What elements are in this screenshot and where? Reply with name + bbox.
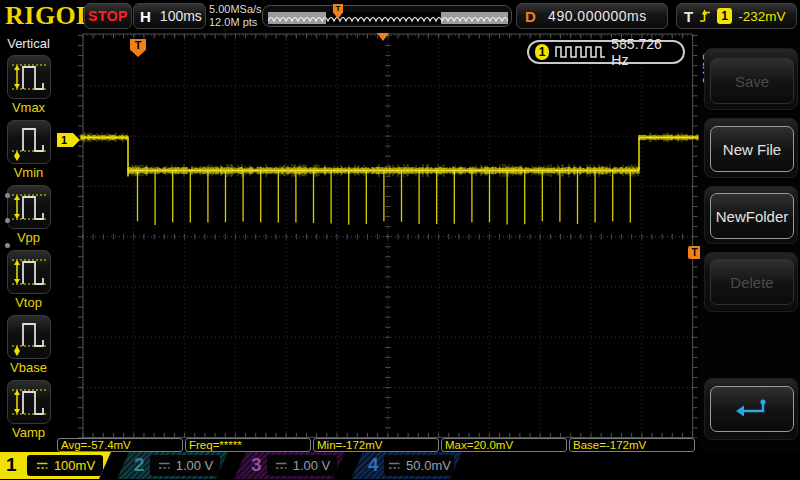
preview-sine-icon <box>268 12 508 24</box>
counter-value: 585.726 Hz <box>611 36 679 68</box>
rigol-logo: RIGOL <box>5 1 94 31</box>
channel-tab-3[interactable]: 3 1.00 V <box>234 452 348 479</box>
channel-number: 3 <box>251 454 262 476</box>
t-label: T <box>684 8 693 25</box>
channel-tab-2[interactable]: 2 1.00 V <box>117 452 231 479</box>
vamp-icon <box>7 380 51 424</box>
oscilloscope-screen: RIGOL STOP H 100ms 5.00MSa/s 12.0M pts T… <box>0 0 800 480</box>
sidebar-item-label: Vmax <box>0 100 57 115</box>
delay-box[interactable]: D 490.000000ms <box>516 3 668 29</box>
page-indicator-dot <box>5 243 10 248</box>
d-label: D <box>525 8 536 25</box>
vpp-icon <box>7 185 51 229</box>
vmin-icon <box>7 120 51 164</box>
channel-tab-1[interactable]: 1 100mV <box>0 452 114 479</box>
menu-button-save[interactable]: Save <box>710 58 794 104</box>
h-label: H <box>140 8 151 25</box>
trigger-source-badge: 1 <box>717 8 732 24</box>
timebase-value: 100ms <box>160 8 202 24</box>
rising-edge-icon <box>699 9 711 23</box>
return-arrow-icon <box>735 397 769 421</box>
run-stop-status[interactable]: STOP <box>84 3 132 29</box>
menu-button-new-file[interactable]: New File <box>710 126 794 172</box>
page-indicator-dot <box>5 193 10 198</box>
dc-coupling-icon <box>35 460 49 471</box>
menu-button-delete[interactable]: Delete <box>710 259 794 305</box>
trigger-box[interactable]: T 1 -232mV <box>676 3 797 29</box>
horizontal-timebase-box[interactable]: H 100ms <box>133 3 206 29</box>
sidebar-title: Vertical <box>0 36 57 51</box>
trigger-level-value: -232mV <box>738 9 785 24</box>
graticule <box>57 33 700 438</box>
vbase-icon <box>7 315 51 359</box>
measurement-box: Max=20.0mV <box>441 438 567 452</box>
vmax-icon <box>7 55 51 99</box>
sidebar-item-label: Vtop <box>0 295 57 310</box>
menu-button-newfolder[interactable]: NewFolder <box>710 193 794 239</box>
channel-number: 1 <box>6 454 17 476</box>
measurement-results-bar: Avg=-57.4mVFreq=*****Min=-172mVMax=20.0m… <box>57 438 700 452</box>
vtop-icon <box>7 250 51 294</box>
measurement-box: Min=-172mV <box>313 438 439 452</box>
memory-depth: 12.0M pts <box>209 16 262 29</box>
acquisition-info: 5.00MSa/s 12.0M pts <box>209 3 262 29</box>
channel-scale: 1.00 V <box>176 458 214 473</box>
sidebar-item-label: Vamp <box>0 425 57 440</box>
sidebar-item-label: Vbase <box>0 360 57 375</box>
channel-scale-box: 1.00 V <box>150 455 220 476</box>
channel-scale-box: 100mV <box>27 455 103 476</box>
channel-scale: 50.0mV <box>406 458 451 473</box>
sample-rate: 5.00MSa/s <box>209 3 262 16</box>
menu-button-return[interactable] <box>710 386 794 432</box>
channel-status-bar: 1 100mV 2 1.00 V 3 1.00 V 4 <box>0 452 800 480</box>
channel-number: 4 <box>368 454 379 476</box>
delay-value: 490.000000ms <box>536 8 659 24</box>
channel-tab-4[interactable]: 4 50.0mV <box>351 452 465 479</box>
dc-coupling-icon <box>274 460 288 471</box>
save-menu: Save SaveNew FileNewFolderDelete <box>700 33 800 452</box>
counter-channel-badge: 1 <box>535 44 549 60</box>
sidebar-item-label: Vmin <box>0 165 57 180</box>
memory-waveform-preview[interactable]: T <box>262 5 512 27</box>
square-wave-icon <box>555 44 605 60</box>
channel-scale-box: 1.00 V <box>267 455 337 476</box>
measurement-box: Base=-172mV <box>569 438 695 452</box>
measurement-box: Avg=-57.4mV <box>57 438 183 452</box>
page-indicator-dot <box>5 218 10 223</box>
channel-scale: 1.00 V <box>293 458 331 473</box>
run-state-label: STOP <box>88 8 128 24</box>
dc-coupling-icon <box>157 460 171 471</box>
channel-scale-box: 50.0mV <box>384 455 454 476</box>
measure-sidebar: Vertical Vmax Vmin Vpp Vtop Vbase Vamp <box>0 33 57 452</box>
channel-scale: 100mV <box>54 458 95 473</box>
channel-number: 2 <box>134 454 145 476</box>
dc-coupling-icon <box>387 460 401 471</box>
horizontal-position-marker[interactable] <box>377 33 389 41</box>
frequency-counter: 1 585.726 Hz <box>527 40 685 64</box>
measurement-box: Freq=***** <box>185 438 311 452</box>
